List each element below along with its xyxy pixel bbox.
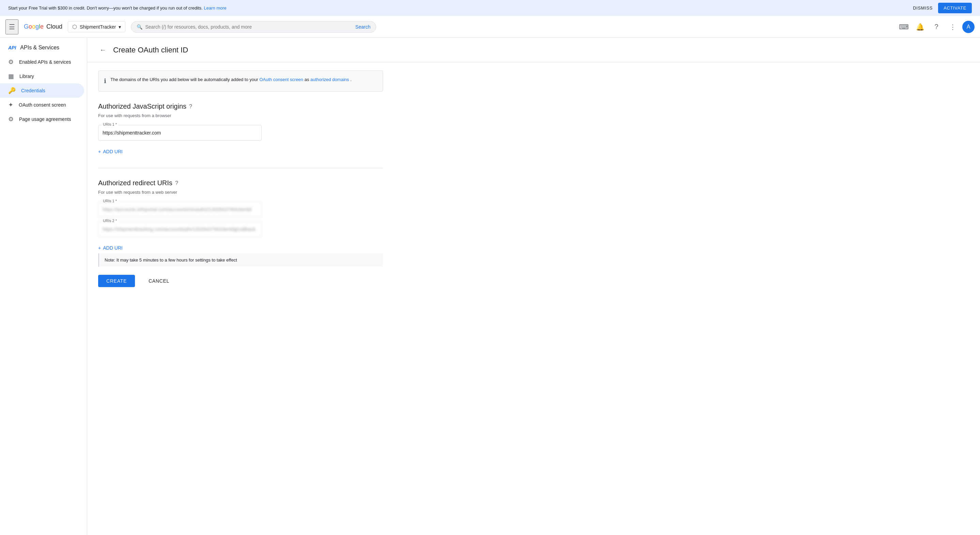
- js-origins-title: Authorized JavaScript origins ?: [98, 103, 383, 110]
- redirect-uri-2-wrapper: URIs 2: [98, 221, 383, 237]
- sidebar-item-credentials[interactable]: 🔑 Credentials: [0, 83, 84, 98]
- terminal-icon-button[interactable]: ⌨: [897, 20, 910, 34]
- sidebar-header: API APIs & Services: [0, 41, 87, 55]
- redirect-uris-field-group: URIs 1 URIs 2: [98, 202, 383, 237]
- redirect-uris-subtitle: For use with requests from a web server: [98, 190, 383, 195]
- project-name: ShipmentTracker: [80, 24, 116, 30]
- action-buttons: CREATE CANCEL: [98, 275, 383, 301]
- enabled-apis-icon: ⚙: [8, 58, 14, 66]
- redirect-uri-2-input[interactable]: [98, 221, 262, 237]
- redirect-uri-2-label: URIs 2: [102, 219, 118, 223]
- library-icon: ▦: [8, 73, 14, 80]
- js-origins-uri-1-wrapper: URIs 1: [98, 125, 383, 141]
- js-origins-uri-1-input[interactable]: [98, 125, 262, 141]
- sidebar-item-label: Library: [19, 73, 34, 79]
- js-origins-help-icon[interactable]: ?: [189, 103, 192, 110]
- js-origins-field-group: URIs 1: [98, 125, 383, 141]
- main-content: ← Create OAuth client ID ℹ The domains o…: [87, 38, 980, 535]
- sidebar-title: APIs & Services: [20, 44, 59, 51]
- sidebar-item-label: OAuth consent screen: [19, 102, 66, 108]
- js-origins-section: Authorized JavaScript origins ? For use …: [98, 103, 383, 157]
- navbar: ☰ Google Cloud ⬡ ShipmentTracker ▾ 🔍 Sea…: [0, 16, 980, 38]
- js-origins-subtitle: For use with requests from a browser: [98, 113, 383, 118]
- learn-more-link[interactable]: Learn more: [204, 5, 226, 11]
- dismiss-button[interactable]: DISMISS: [913, 5, 932, 11]
- redirect-uris-help-icon[interactable]: ?: [175, 180, 178, 186]
- search-bar: 🔍 Search: [131, 21, 376, 33]
- project-icon: ⬡: [72, 24, 77, 30]
- page-header: ← Create OAuth client ID: [87, 38, 980, 62]
- content-area: ℹ The domains of the URIs you add below …: [87, 62, 394, 309]
- redirect-uris-section: Authorized redirect URIs ? For use with …: [98, 179, 383, 253]
- sidebar-item-oauth[interactable]: ✦ OAuth consent screen: [0, 98, 84, 112]
- project-selector[interactable]: ⬡ ShipmentTracker ▾: [68, 21, 126, 32]
- js-origins-uri-1-label: URIs 1: [102, 122, 118, 126]
- google-wordmark: Google: [24, 23, 44, 30]
- redirect-uri-1-label: URIs 1: [102, 199, 118, 203]
- plus-icon-2: +: [98, 245, 101, 251]
- banner-message: Start your Free Trial with $300 in credi…: [8, 5, 227, 11]
- info-icon: ℹ: [104, 77, 106, 86]
- activate-button[interactable]: ACTIVATE: [938, 3, 972, 13]
- nav-icons: ⌨ 🔔 ? ⋮ A: [897, 20, 975, 34]
- notifications-button[interactable]: 🔔: [913, 20, 927, 34]
- sidebar-item-pageusage[interactable]: ⚙ Page usage agreements: [0, 112, 84, 126]
- pageusage-icon: ⚙: [8, 116, 14, 123]
- js-origins-add-uri-button[interactable]: + ADD URI: [98, 146, 123, 157]
- chevron-down-icon: ▾: [119, 24, 121, 30]
- page-title: Create OAuth client ID: [113, 46, 188, 54]
- plus-icon: +: [98, 149, 101, 154]
- dots-vertical-icon: ⋮: [949, 23, 956, 31]
- banner-actions: DISMISS ACTIVATE: [913, 3, 972, 13]
- sidebar-item-label: Enabled APIs & services: [19, 59, 71, 65]
- search-input[interactable]: [145, 24, 353, 30]
- sidebar-item-library[interactable]: ▦ Library: [0, 69, 84, 83]
- avatar[interactable]: A: [962, 21, 975, 33]
- cloud-wordmark: Cloud: [46, 23, 62, 30]
- terminal-icon: ⌨: [899, 23, 909, 31]
- hamburger-menu-button[interactable]: ☰: [5, 19, 18, 34]
- search-icon: 🔍: [137, 24, 142, 30]
- api-icon: API: [8, 45, 16, 51]
- sidebar: API APIs & Services ⚙ Enabled APIs & ser…: [0, 38, 87, 535]
- bell-icon: 🔔: [916, 23, 924, 31]
- sidebar-item-enabled[interactable]: ⚙ Enabled APIs & services: [0, 55, 84, 69]
- sidebar-item-label: Page usage agreements: [19, 116, 71, 122]
- more-options-button[interactable]: ⋮: [946, 20, 959, 34]
- oauth-consent-link[interactable]: OAuth consent screen: [259, 77, 303, 82]
- credentials-icon: 🔑: [8, 87, 16, 94]
- redirect-uris-title: Authorized redirect URIs ?: [98, 179, 383, 187]
- help-button[interactable]: ?: [929, 20, 943, 34]
- layout: API APIs & Services ⚙ Enabled APIs & ser…: [0, 38, 980, 535]
- sidebar-item-label: Credentials: [21, 88, 45, 93]
- google-cloud-logo: Google Cloud: [24, 23, 62, 30]
- top-banner: Start your Free Trial with $300 in credi…: [0, 0, 980, 16]
- cancel-button[interactable]: CANCEL: [140, 275, 178, 287]
- redirect-uri-1-input[interactable]: [98, 202, 262, 217]
- info-banner: ℹ The domains of the URIs you add below …: [98, 70, 383, 92]
- info-text: The domains of the URIs you add below wi…: [110, 76, 352, 83]
- note-text: Note: It may take 5 minutes to a few hou…: [98, 253, 383, 267]
- create-button[interactable]: CREATE: [98, 275, 135, 287]
- back-button[interactable]: ←: [98, 44, 108, 55]
- search-button[interactable]: Search: [355, 24, 371, 30]
- oauth-icon: ✦: [8, 101, 13, 109]
- redirect-uris-add-uri-button[interactable]: + ADD URI: [98, 243, 123, 253]
- authorized-domains-link[interactable]: authorized domains: [310, 77, 349, 82]
- redirect-uri-1-wrapper: URIs 1: [98, 202, 383, 217]
- help-icon: ?: [934, 23, 938, 31]
